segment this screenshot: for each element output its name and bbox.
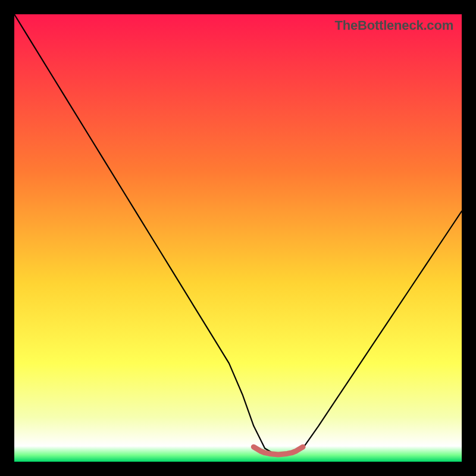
- heatmap-background: [14, 14, 462, 462]
- chart-frame: TheBottleneck.com: [14, 14, 462, 462]
- bottleneck-curve-chart: [14, 14, 462, 462]
- watermark-text: TheBottleneck.com: [334, 18, 453, 33]
